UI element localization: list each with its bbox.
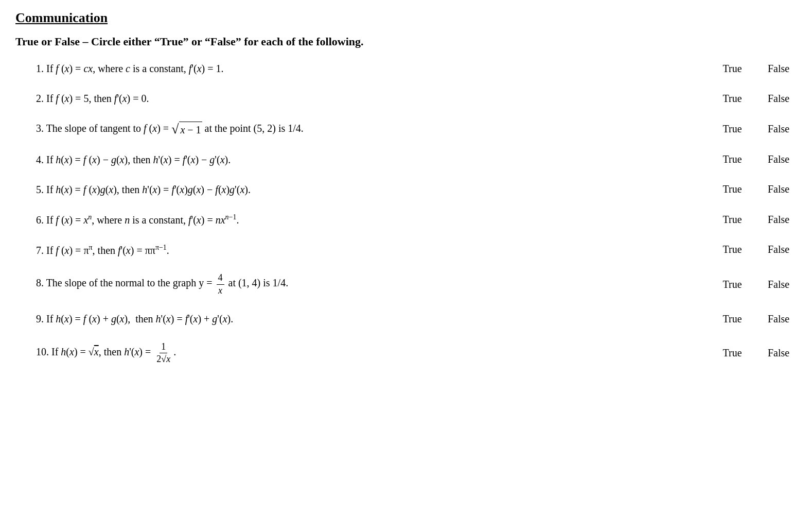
true-label-5[interactable]: True [719, 183, 745, 195]
question-row-3: 3. The slope of tangent to f (x) = √x − … [15, 113, 797, 145]
question-row-2: 2. If f (x) = 5, then f'(x) = 0.TrueFals… [15, 83, 797, 113]
true-false-2: TrueFalse [714, 93, 797, 105]
question-text-10: 10. If h(x) = √x, then h'(x) = 12√x. [36, 341, 714, 366]
question-text-7: 7. If f (x) = ππ, then f'(x) = πππ−1. [36, 242, 714, 258]
false-label-8[interactable]: False [766, 279, 791, 290]
true-label-2[interactable]: True [719, 93, 745, 105]
question-text-1: 1. If f (x) = cx, where c is a constant,… [36, 61, 714, 76]
true-label-6[interactable]: True [719, 214, 745, 226]
true-false-1: TrueFalse [714, 63, 797, 75]
question-row-8: 8. The slope of the normal to the graph … [15, 265, 797, 304]
question-row-5: 5. If h(x) = f (x)g(x), then h'(x) = f'(… [15, 175, 797, 204]
section-title: Communication [15, 10, 797, 26]
true-label-3[interactable]: True [719, 123, 745, 135]
question-text-2: 2. If f (x) = 5, then f'(x) = 0. [36, 91, 714, 106]
false-label-4[interactable]: False [766, 153, 791, 165]
true-false-8: TrueFalse [714, 279, 797, 290]
true-label-7[interactable]: True [719, 244, 745, 255]
true-false-3: TrueFalse [714, 123, 797, 135]
false-label-3[interactable]: False [766, 123, 791, 135]
true-label-4[interactable]: True [719, 153, 745, 165]
question-row-6: 6. If f (x) = xn, where n is a constant,… [15, 204, 797, 235]
true-false-6: TrueFalse [714, 214, 797, 226]
questions-container: 1. If f (x) = cx, where c is a constant,… [15, 54, 797, 373]
question-text-8: 8. The slope of the normal to the graph … [36, 272, 714, 297]
true-label-8[interactable]: True [719, 279, 745, 290]
true-false-10: TrueFalse [714, 347, 797, 359]
question-row-4: 4. If h(x) = f (x) − g(x), then h'(x) = … [15, 145, 797, 175]
question-row-7: 7. If f (x) = ππ, then f'(x) = πππ−1.Tru… [15, 235, 797, 265]
true-label-9[interactable]: True [719, 313, 745, 325]
question-row-9: 9. If h(x) = f (x) + g(x), then h'(x) = … [15, 304, 797, 334]
true-false-9: TrueFalse [714, 313, 797, 325]
false-label-6[interactable]: False [766, 214, 791, 226]
true-false-5: TrueFalse [714, 183, 797, 195]
instructions: True or False – Circle either “True” or … [15, 35, 797, 48]
question-text-4: 4. If h(x) = f (x) − g(x), then h'(x) = … [36, 152, 714, 167]
false-label-5[interactable]: False [766, 183, 791, 195]
false-label-10[interactable]: False [766, 347, 791, 359]
question-text-3: 3. The slope of tangent to f (x) = √x − … [36, 121, 714, 138]
true-label-1[interactable]: True [719, 63, 745, 75]
false-label-2[interactable]: False [766, 93, 791, 105]
question-text-9: 9. If h(x) = f (x) + g(x), then h'(x) = … [36, 311, 714, 327]
false-label-7[interactable]: False [766, 244, 791, 255]
true-false-7: TrueFalse [714, 244, 797, 255]
false-label-1[interactable]: False [766, 63, 791, 75]
question-text-5: 5. If h(x) = f (x)g(x), then h'(x) = f'(… [36, 182, 714, 197]
true-false-4: TrueFalse [714, 153, 797, 165]
true-label-10[interactable]: True [719, 347, 745, 359]
false-label-9[interactable]: False [766, 313, 791, 325]
question-text-6: 6. If f (x) = xn, where n is a constant,… [36, 212, 714, 228]
question-row-1: 1. If f (x) = cx, where c is a constant,… [15, 54, 797, 83]
question-row-10: 10. If h(x) = √x, then h'(x) = 12√x.True… [15, 334, 797, 373]
